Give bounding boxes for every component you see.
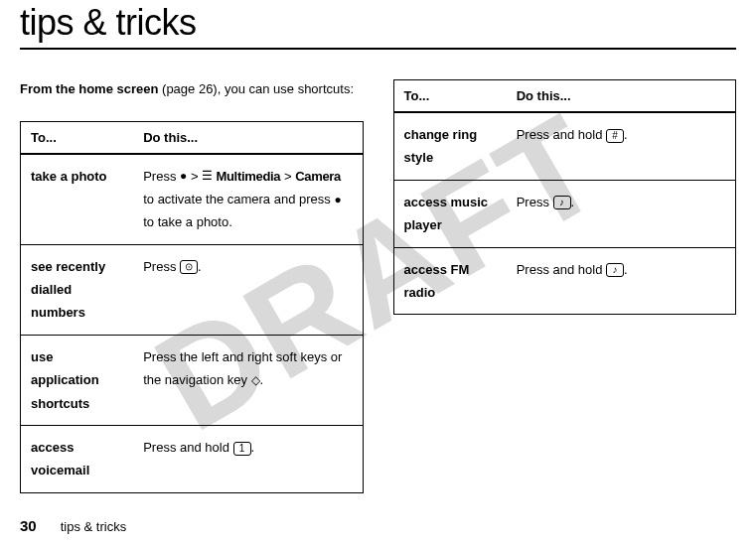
text: to activate the camera and press [143,192,334,206]
left-column: From the home screen (page 26), you can … [20,79,364,493]
center-key-icon: ● [334,190,341,211]
row-do: Press ● > ☰ Multimedia > Camera to activ… [133,154,363,245]
page-number: 30 [20,517,37,534]
row-do: Press ⊙. [133,244,363,335]
row-to: access FM radio [393,247,507,315]
text: Press and hold [517,127,606,142]
table-row: take a photo Press ● > ☰ Multimedia > Ca… [21,154,364,245]
row-do: Press and hold #. [507,112,736,180]
text: Press the left and right soft keys or th… [143,349,342,387]
table-row: access voicemail Press and hold 1. [21,426,364,493]
menu-label: Multimedia [213,169,280,184]
row-do: Press ♪. [507,180,736,247]
row-to: use application shortcuts [21,335,134,425]
table-row: change ring style Press and hold #. [393,112,736,180]
text: to take a photo. [143,214,232,229]
text: > [280,169,295,184]
header-to: To... [21,121,134,154]
row-to: take a photo [21,154,134,245]
row-to: change ring style [393,112,507,180]
text: . [251,440,255,455]
text: . [624,262,628,277]
key-1-icon: 1 [233,442,251,456]
right-column: To... Do this... change ring style Press… [393,79,737,493]
text: . [571,195,575,209]
text: Press and hold [517,262,606,277]
row-to: access music player [393,180,507,247]
text: Press [143,169,180,184]
header-to: To... [393,80,507,113]
text: Press [143,259,180,274]
text: > [187,169,202,184]
text: . [260,372,264,387]
shortcuts-table-right: To... Do this... change ring style Press… [393,79,737,315]
text: . [198,259,202,274]
nav-key-icon: ◇ [251,370,260,392]
footer-text: tips & tricks [61,519,126,534]
music-key-icon: ♪ [606,263,624,277]
header-do: Do this... [507,80,736,113]
multimedia-icon: ☰ [202,166,213,188]
row-do: Press and hold 1. [133,426,363,493]
send-key-icon: ⊙ [180,260,198,274]
table-row: access FM radio Press and hold ♪. [393,247,736,315]
table-row: access music player Press ♪. [393,180,736,247]
row-do: Press and hold ♪. [507,247,736,315]
row-to: see recently dialled numbers [21,244,134,335]
key-hash-icon: # [606,129,624,143]
row-to: access voicemail [21,426,134,493]
table-row: use application shortcuts Press the left… [21,335,364,425]
row-do: Press the left and right soft keys or th… [133,335,363,425]
music-key-icon: ♪ [553,196,571,209]
text: . [624,127,628,142]
text: Press and hold [143,440,232,455]
text: Press [517,195,553,209]
shortcuts-table-left: To... Do this... take a photo Press ● > … [20,121,364,493]
intro-rest: (page 26), you can use shortcuts: [158,81,354,96]
intro-text: From the home screen (page 26), you can … [20,79,364,99]
intro-bold: From the home screen [20,81,158,96]
table-row: see recently dialled numbers Press ⊙. [21,244,364,335]
title-rule [20,48,736,50]
header-do: Do this... [133,121,363,154]
page-title: tips & tricks [20,2,736,44]
page-footer: 30 tips & tricks [20,517,126,534]
menu-label: Camera [295,169,341,184]
